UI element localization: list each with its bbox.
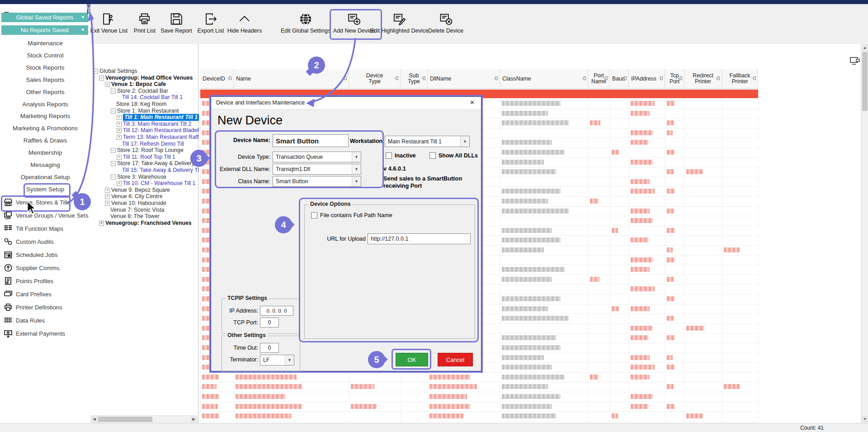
column-pin-icon[interactable] <box>659 76 663 82</box>
checkbox-icon[interactable] <box>386 152 392 159</box>
tree-item-venue-1-bepoz-cafe[interactable]: −Venue 1: Bepoz Cafe <box>105 81 166 88</box>
sidebar-item-maintenance[interactable]: Maintenance <box>0 39 90 48</box>
toolbar-hide-headers[interactable]: Hide Headers <box>227 12 262 34</box>
tree-item-venuegroup-head-office-venues[interactable]: −Venuegroup: Head Office Venues <box>99 75 193 81</box>
column-pin-icon[interactable] <box>604 76 608 82</box>
dialog-titlebar[interactable]: Device and Interfaces Maintenance ✕ <box>211 97 481 109</box>
column-pin-icon[interactable] <box>421 76 426 82</box>
scroll-up-icon[interactable]: ▲ <box>862 44 868 51</box>
sidebar-item-messaging[interactable]: Messaging <box>0 161 90 170</box>
scroll-left-icon[interactable]: ◀ <box>91 416 98 423</box>
tree-item-till-15-take-away-delivery-till[interactable]: Till 15: Take Away & Delivery Till <box>117 167 201 174</box>
table-row[interactable] <box>200 392 758 402</box>
sidebar-item-analysis-reports[interactable]: Analysis Reports <box>0 100 90 109</box>
tree-item-till-12-main-restaurant-bladepay[interactable]: +Till 12: Main Restaurant BladePay <box>117 127 207 134</box>
tree-horizontal-scrollbar[interactable]: ◀ ▶ <box>90 415 198 423</box>
full-path-checkbox[interactable]: File contains Full Path Name <box>311 212 392 218</box>
collapse-icon[interactable]: − <box>105 82 110 87</box>
sidebar-item-stock-reports[interactable]: Stock Reports <box>0 63 90 72</box>
tree-item-store-3-warehouse[interactable]: −Store 3: Warehouse <box>111 174 166 180</box>
expand-icon[interactable]: + <box>105 188 110 193</box>
sidebar-item-custom-audits[interactable]: Custom Audits <box>0 236 90 247</box>
collapse-icon[interactable]: − <box>111 109 116 114</box>
table-row[interactable] <box>200 402 758 412</box>
chevron-down-icon[interactable]: ▼ <box>352 164 361 174</box>
tree-item-till-1-main-restaurant-till-1[interactable]: +Till 1: Main Restaurant Till 1 <box>117 114 199 121</box>
column-header-baud[interactable]: Baud <box>610 69 629 89</box>
tree-item-venue-7-scenic-vista[interactable]: Venue 7: Scenic Vista <box>105 207 164 214</box>
tree-item-till-11-roof-top-till-1[interactable]: +Till 11: Roof Top Till 1 <box>117 154 175 161</box>
chevron-down-icon[interactable]: ▼ <box>460 136 469 147</box>
column-pin-icon[interactable] <box>494 76 498 82</box>
toolbar-edit-global-settings[interactable]: Edit Global Settings <box>281 12 330 34</box>
expand-icon[interactable]: + <box>117 181 122 186</box>
column-pin-icon[interactable] <box>394 76 399 82</box>
tree-item-till-14-cocktail-bar-till-1[interactable]: Till 14: Cocktail Bar Till 1 <box>117 94 183 101</box>
expand-icon[interactable]: + <box>105 201 110 206</box>
url-upload-input[interactable]: http://127.0.0.1 <box>368 233 471 244</box>
sidebar-item-sales-reports[interactable]: Sales Reports <box>0 76 90 85</box>
tree-item-venue-10-habourside[interactable]: +Venue 10: Habourside <box>105 200 166 207</box>
saved-reports-button-1[interactable]: No Reports Saved▼ <box>1 25 88 35</box>
column-pin-icon[interactable] <box>716 76 720 82</box>
checkbox-icon[interactable] <box>429 152 436 159</box>
tree-item-venuegroup-franchised-venues[interactable]: +Venuegroup: Franchised Venues <box>99 220 192 227</box>
tree-item-store-18-keg-room[interactable]: Store 18: Keg Room <box>111 101 166 108</box>
sidebar-item-marketing-promotions[interactable]: Marketing & Promotions <box>0 124 90 133</box>
chevron-down-icon[interactable]: ▼ <box>81 13 85 22</box>
tree-item-term-13-main-restaurant-raffle[interactable]: +Term 13: Main Restaurant Raffle <box>117 134 203 141</box>
tree-item-store-12-roof-top-lounge[interactable]: −Store 12: Roof Top Lounge <box>111 147 184 154</box>
column-pin-icon[interactable] <box>623 76 627 82</box>
tree-item-store-1-main-restaurant[interactable]: −Store 1: Main Restaurant <box>111 108 179 114</box>
tree-item-till-17-refresh-demo-till[interactable]: Till 17: Refresh Demo Till <box>117 141 184 147</box>
collapse-icon[interactable]: − <box>99 76 104 81</box>
expand-icon[interactable]: + <box>117 122 122 127</box>
chevron-down-icon[interactable]: ▼ <box>285 355 294 365</box>
pin-columns-icon[interactable] <box>850 57 860 66</box>
toolbar-delete-device[interactable]: Delete Device <box>428 12 463 34</box>
workstation-select[interactable]: Main Restaurant Till 1 ▼ <box>385 136 470 147</box>
tree-item-venue-6-city-centre[interactable]: +Venue 6: City Centre <box>105 193 162 200</box>
column-header-port-name[interactable]: PortName <box>588 69 610 89</box>
expand-icon[interactable]: + <box>117 115 122 120</box>
chevron-down-icon[interactable]: ▼ <box>352 152 361 162</box>
column-header-tcp-port[interactable]: TcpPort <box>665 69 684 89</box>
column-pin-icon[interactable] <box>343 76 347 82</box>
tree-item-till-10-cm-warehouse-till-1[interactable]: +Till 10: CM - Warehouse Till 1 <box>117 180 195 187</box>
cancel-button[interactable]: Cancel <box>438 353 473 366</box>
sidebar-item-operational-setup[interactable]: Operational Setup <box>0 173 90 182</box>
column-pin-icon[interactable] <box>582 76 586 82</box>
sidebar-item-printer-definitions[interactable]: Printer Definitions <box>0 302 90 313</box>
expand-icon[interactable]: + <box>99 221 104 226</box>
table-row[interactable] <box>200 382 758 392</box>
checkbox-icon[interactable] <box>311 212 317 218</box>
sidebar-item-marketing-reports[interactable]: Marketing Reports <box>0 112 90 121</box>
tree-item-till-3-main-restaurant-till-2[interactable]: +Till 3: Main Restaurant Till 2 <box>117 121 191 128</box>
column-header-classname[interactable]: ClassName <box>500 69 588 89</box>
tree-item-global-settings[interactable]: −Global Settings <box>93 68 137 75</box>
toolbar-export-list[interactable]: Export List <box>197 12 224 34</box>
scroll-down-icon[interactable]: ▼ <box>862 416 868 423</box>
column-header-ipaddress[interactable]: IPAddress <box>629 69 665 89</box>
sidebar-item-supplier-comms-[interactable]: Supplier Comms. <box>0 262 90 273</box>
toolbar-print-list[interactable]: Print List <box>134 12 156 34</box>
chevron-down-icon[interactable]: ▼ <box>81 25 85 35</box>
column-header-sub-type[interactable]: SubType <box>401 69 428 89</box>
chevron-down-icon[interactable]: ▼ <box>352 176 361 186</box>
column-header-redirect-printer[interactable]: RedirectPrinter <box>684 69 722 89</box>
column-header-dllname[interactable]: DllName <box>428 69 500 89</box>
sidebar-item-venue-stores-tills[interactable]: Venue, Stores & Tills <box>0 197 90 208</box>
collapse-icon[interactable]: − <box>111 161 116 166</box>
ok-button[interactable]: OK <box>396 353 428 366</box>
table-row[interactable] <box>200 411 758 422</box>
saved-reports-button-0[interactable]: Global Saved Reports▼ <box>1 13 88 22</box>
toolbar-edit-highlighted-device[interactable]: Edit Highlighted Device <box>370 12 428 34</box>
scrollbar-thumb[interactable] <box>862 52 868 111</box>
tcp-port-input[interactable]: 0 <box>260 318 279 328</box>
tree-item-venue-8-the-tower[interactable]: Venue 8: The Tower <box>105 213 160 220</box>
sidebar-item-membership[interactable]: Membership <box>0 148 90 157</box>
sidebar-item-till-function-maps[interactable]: Till Function Maps <box>0 223 90 234</box>
collapse-icon[interactable]: − <box>111 89 116 94</box>
class-name-select[interactable]: Smart Button ▼ <box>273 176 361 187</box>
column-pin-icon[interactable] <box>227 76 232 82</box>
